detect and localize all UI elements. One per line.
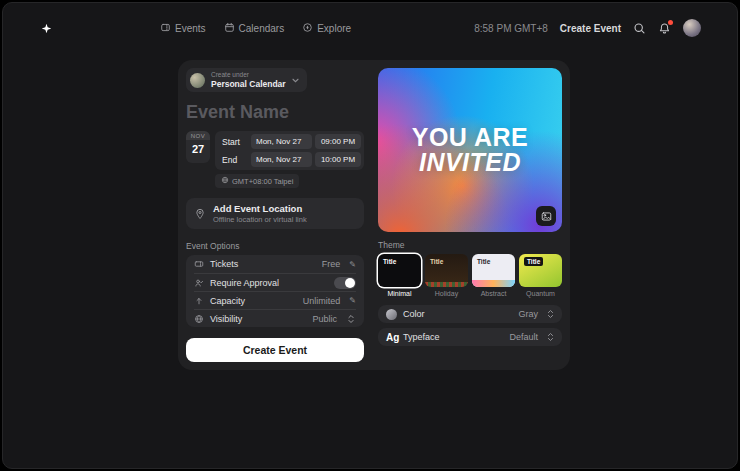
typeface-value: Default (509, 332, 538, 342)
photo-icon (541, 211, 552, 222)
theme-option-minimal[interactable]: Title Minimal (378, 254, 421, 297)
select-chevrons-icon (547, 309, 554, 319)
typeface-selector[interactable]: Ag Typeface Default (378, 328, 562, 346)
create-under-selector[interactable]: Create under Personal Calendar (186, 68, 307, 92)
require-approval-row: Require Approval (194, 273, 356, 291)
end-row: End Mon, Nov 27 10:00 PM (218, 152, 361, 167)
app-logo-icon[interactable] (41, 23, 52, 34)
globe-icon (221, 176, 229, 186)
start-label: Start (218, 137, 248, 147)
event-options-heading: Event Options (186, 241, 364, 251)
visibility-value: Public (312, 314, 337, 324)
nav-item-calendars[interactable]: Calendars (224, 22, 285, 35)
start-row: Start Mon, Nov 27 09:00 PM (218, 134, 361, 149)
event-name-input[interactable] (186, 102, 364, 123)
nav-item-explore[interactable]: Explore (302, 22, 351, 35)
start-date-field[interactable]: Mon, Nov 27 (251, 134, 312, 149)
end-label: End (218, 155, 248, 165)
event-form: Create under Personal Calendar NOV 27 St… (186, 68, 364, 362)
event-cover-image[interactable]: YOU ARE INVITED (378, 68, 562, 232)
visibility-row[interactable]: Visibility Public (194, 309, 356, 327)
create-under-value: Personal Calendar (211, 79, 286, 89)
cover-text-line1: YOU ARE (412, 125, 528, 151)
date-badge-month: NOV (186, 131, 210, 140)
theme-name: Abstract (472, 290, 515, 297)
end-time-field[interactable]: 10:00 PM (315, 152, 361, 167)
create-event-card: Create under Personal Calendar NOV 27 St… (178, 60, 570, 370)
theme-preview-title: Title (430, 258, 443, 265)
nav-menu: Events Calendars Explore (160, 22, 351, 35)
theme-name: Minimal (378, 290, 421, 297)
toggle-knob (345, 278, 355, 288)
capacity-value: Unlimited (303, 296, 341, 306)
chevron-down-icon (292, 78, 299, 83)
edit-pencil-icon[interactable]: ✎ (349, 260, 356, 269)
change-cover-button[interactable] (536, 206, 556, 226)
app-window: Events Calendars Explore 8:58 PM GMT+8 C… (2, 2, 738, 469)
start-time-field[interactable]: 09:00 PM (315, 134, 361, 149)
create-under-label: Create under (211, 71, 286, 79)
location-pin-icon (194, 208, 206, 220)
location-title: Add Event Location (213, 203, 307, 214)
date-badge-day: 27 (186, 140, 210, 155)
theme-name: Holiday (425, 290, 468, 297)
color-selector[interactable]: Color Gray (378, 305, 562, 323)
theme-heading: Theme (378, 240, 562, 250)
color-value: Gray (518, 309, 538, 319)
nav-item-label: Events (175, 23, 206, 34)
theme-option-holiday[interactable]: Title Holiday (425, 254, 468, 297)
nav-item-label: Explore (317, 23, 351, 34)
create-event-button[interactable]: Create Event (186, 338, 364, 362)
timezone-selector[interactable]: GMT+08:00 Taipei (215, 174, 299, 188)
add-location-button[interactable]: Add Event Location Offline location or v… (186, 198, 364, 229)
nav-right-cluster: 8:58 PM GMT+8 Create Event (474, 19, 701, 37)
tickets-value: Free (322, 259, 341, 269)
notifications-bell-icon[interactable] (658, 22, 671, 35)
datetime-rows: Start Mon, Nov 27 09:00 PM End Mon, Nov … (215, 131, 364, 170)
end-date-field[interactable]: Mon, Nov 27 (251, 152, 312, 167)
edit-pencil-icon[interactable]: ✎ (349, 296, 356, 305)
capacity-row[interactable]: Capacity Unlimited ✎ (194, 291, 356, 309)
user-avatar[interactable] (683, 19, 701, 37)
event-preview: YOU ARE INVITED Theme Title Minimal Titl… (378, 68, 562, 362)
calendar-icon (224, 22, 235, 35)
location-subtitle: Offline location or virtual link (213, 215, 307, 224)
require-approval-toggle[interactable] (334, 277, 356, 289)
nav-create-event-link[interactable]: Create Event (560, 23, 621, 34)
require-approval-label: Require Approval (210, 278, 328, 288)
nav-item-label: Calendars (239, 23, 285, 34)
compass-icon (302, 22, 313, 35)
theme-option-abstract[interactable]: Title Abstract (472, 254, 515, 297)
top-nav: Events Calendars Explore 8:58 PM GMT+8 C… (3, 3, 737, 53)
typeface-label: Typeface (403, 332, 503, 342)
timezone-value: GMT+08:00 Taipei (232, 177, 293, 186)
tickets-row[interactable]: Tickets Free ✎ (194, 255, 356, 273)
theme-option-quantum[interactable]: Title Quantum (519, 254, 562, 297)
theme-picker: Title Minimal Title Holiday Title Abstra… (378, 254, 562, 297)
typeface-glyph: Ag (386, 332, 397, 343)
select-chevrons-icon (547, 332, 554, 342)
theme-preview-title: Title (383, 258, 396, 265)
event-options-list: Tickets Free ✎ Require Approval Capacity… (186, 255, 364, 327)
current-time: 8:58 PM GMT+8 (474, 23, 548, 34)
person-check-icon (194, 278, 204, 288)
theme-name: Quantum (519, 290, 562, 297)
calendar-avatar (190, 73, 205, 88)
theme-preview-title: Title (524, 257, 543, 266)
tickets-label: Tickets (210, 259, 316, 269)
nav-item-events[interactable]: Events (160, 22, 206, 35)
select-chevrons-icon (346, 314, 356, 324)
visibility-label: Visibility (210, 314, 306, 324)
capacity-label: Capacity (210, 296, 297, 306)
color-label: Color (403, 309, 512, 319)
color-swatch (386, 309, 397, 320)
cover-text-line2: INVITED (419, 150, 521, 176)
ticket-icon (194, 259, 204, 269)
visibility-globe-icon (194, 314, 204, 324)
search-icon[interactable] (633, 22, 646, 35)
capacity-arrow-icon (194, 296, 204, 306)
events-icon (160, 22, 171, 35)
theme-preview-title: Title (477, 258, 490, 265)
date-badge: NOV 27 (186, 131, 210, 163)
notification-dot (668, 20, 673, 25)
